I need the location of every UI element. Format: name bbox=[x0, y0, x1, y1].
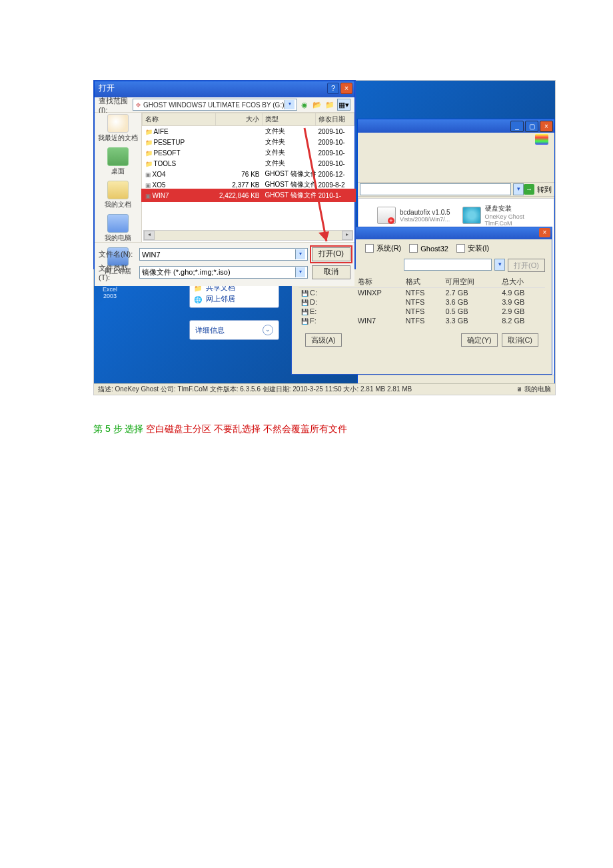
screenshot-area: _ ▢ × ▾ → 转到 bcdautofix v1.0.5Vista/2008… bbox=[93, 80, 556, 395]
address-input[interactable] bbox=[360, 183, 511, 195]
open-dialog-toolbar: 查找范围(I): ❖ GHOST WINDOWS7 ULTIMATE FCOS … bbox=[95, 97, 354, 113]
go-label: 转到 bbox=[534, 185, 554, 195]
windows-logo-icon bbox=[535, 134, 548, 145]
explorer-address-bar: ▾ → 转到 bbox=[358, 182, 554, 197]
ok-button[interactable]: 确定(Y) bbox=[461, 333, 498, 347]
chevron-down-icon: ▾ bbox=[295, 249, 305, 259]
chevron-down-icon: ▾ bbox=[295, 267, 305, 277]
open-button-disabled: 打开(O) bbox=[508, 259, 545, 272]
go-button-icon[interactable]: → bbox=[524, 184, 534, 195]
open-dialog-titlebar: 打开 ? × bbox=[95, 81, 354, 97]
onekey-ghost-icon bbox=[462, 207, 481, 224]
maximize-button[interactable]: ▢ bbox=[525, 121, 538, 132]
file-row[interactable]: TOOLS文件夹2009-10- bbox=[143, 158, 354, 169]
file-list: 名称 大小 类型 修改日期 AIFE文件夹2009-10- PESETUP文件夹… bbox=[142, 113, 354, 242]
checkbox-install[interactable] bbox=[456, 244, 465, 253]
app-onekey-ghost[interactable]: 硬盘安装OneKey GhostTlmF.CoM bbox=[462, 204, 524, 227]
net-icon bbox=[194, 295, 203, 303]
taskpane-detail[interactable]: 详细信息 ⌄ bbox=[189, 320, 279, 340]
partition-row[interactable]: F:WIN7NTFS3.3 GB8.2 GB bbox=[299, 316, 545, 325]
back-icon[interactable]: ◉ bbox=[300, 99, 310, 110]
path-combo-dropdown[interactable]: ▾ bbox=[494, 259, 505, 271]
col-date[interactable]: 修改日期 bbox=[316, 113, 354, 126]
file-row-selected[interactable]: WIN72,422,846 KBGHOST 镜像文件2010-1- bbox=[143, 190, 354, 201]
path-combo[interactable] bbox=[404, 259, 492, 271]
status-location: 我的电脑 bbox=[516, 385, 551, 394]
statusbar: 描述: OneKey Ghost 公司: TlmF.CoM 文件版本: 6.3.… bbox=[94, 383, 555, 395]
places-bar: 我最近的文档 桌面 我的文档 我的电脑 网上邻居 bbox=[95, 113, 142, 242]
filetype-combo[interactable]: 镜像文件 (*.gho;*.img;*.iso)▾ bbox=[139, 266, 308, 279]
col-name[interactable]: 名称 bbox=[143, 113, 216, 126]
chevron-down-icon: ⌄ bbox=[263, 325, 273, 335]
bcdautofix-icon bbox=[377, 207, 396, 224]
close-button[interactable]: × bbox=[340, 83, 352, 94]
checkbox-ghost32[interactable] bbox=[409, 244, 418, 253]
instruction-text: 第 5 步 选择 空白磁盘主分区 不要乱选择 不然会覆盖所有文件 bbox=[93, 423, 613, 435]
file-row[interactable]: XO52,377 KBGHOST 镜像文件2009-8-2 bbox=[143, 179, 354, 190]
place-docs[interactable]: 我的文档 bbox=[95, 179, 141, 213]
taskpane-item[interactable]: 网上邻居 bbox=[194, 293, 275, 305]
look-in-combo[interactable]: ❖ GHOST WINDOWS7 ULTIMATE FCOS BY (G:) ▾ bbox=[133, 99, 297, 111]
filename-input[interactable]: WIN7▾ bbox=[139, 248, 308, 261]
up-icon[interactable]: 📂 bbox=[312, 99, 322, 110]
file-row[interactable]: PESETUP文件夹2009-10- bbox=[143, 137, 354, 147]
place-computer[interactable]: 我的电脑 bbox=[95, 213, 141, 246]
address-dropdown[interactable]: ▾ bbox=[513, 183, 524, 195]
advanced-button[interactable]: 高级(A) bbox=[305, 333, 342, 347]
new-folder-icon[interactable]: 📁 bbox=[324, 99, 334, 110]
desktop-icon bbox=[107, 147, 129, 166]
place-recent[interactable]: 我最近的文档 bbox=[95, 113, 141, 146]
open-file-dialog: 打开 ? × 查找范围(I): ❖ GHOST WINDOWS7 ULTIMAT… bbox=[94, 81, 355, 269]
file-row[interactable]: AIFE文件夹2009-10- bbox=[143, 126, 354, 137]
checkbox-system[interactable] bbox=[365, 244, 374, 253]
scroll-left-icon[interactable]: ◂ bbox=[144, 231, 155, 240]
close-button[interactable]: × bbox=[539, 228, 550, 237]
status-text: 描述: OneKey Ghost 公司: TlmF.CoM 文件版本: 6.3.… bbox=[98, 385, 412, 394]
horizontal-scrollbar[interactable]: ◂ ▸ bbox=[143, 230, 353, 241]
place-desktop[interactable]: 桌面 bbox=[95, 146, 141, 179]
chevron-down-icon: ▾ bbox=[285, 100, 295, 109]
file-row[interactable]: PESOFT文件夹2009-10- bbox=[143, 147, 354, 158]
explorer-titlebar: _ ▢ × bbox=[358, 119, 554, 133]
recent-icon bbox=[107, 114, 129, 133]
partition-row[interactable]: C:WINXPNTFS2.7 GB4.9 GB bbox=[299, 288, 545, 298]
col-size[interactable]: 大小 bbox=[216, 113, 263, 126]
cancel-button[interactable]: 取消 bbox=[312, 265, 350, 279]
minimize-button[interactable]: _ bbox=[510, 121, 524, 132]
filename-label: 文件名(N): bbox=[99, 249, 135, 259]
col-type[interactable]: 类型 bbox=[263, 113, 316, 126]
partition-row[interactable]: D:NTFS3.6 GB3.9 GB bbox=[299, 297, 545, 307]
computer-icon bbox=[107, 214, 129, 233]
look-in-label: 查找范围(I): bbox=[99, 96, 130, 114]
scroll-right-icon[interactable]: ▸ bbox=[342, 231, 352, 240]
open-button[interactable]: 打开(O) bbox=[312, 247, 350, 261]
view-mode-icon[interactable]: ▦▾ bbox=[337, 99, 350, 111]
app-bcdautofix[interactable]: bcdautofix v1.0.5Vista/2008/Win7/... bbox=[377, 204, 450, 227]
file-row[interactable]: XO476 KBGHOST 镜像文件2006-12- bbox=[143, 169, 354, 179]
help-button[interactable]: ? bbox=[327, 83, 339, 94]
open-dialog-title: 打开 bbox=[99, 83, 115, 93]
partition-row[interactable]: E:NTFS0.5 GB2.9 GB bbox=[299, 307, 545, 316]
filetype-label: 文件类型(T): bbox=[99, 263, 135, 281]
cancel-button[interactable]: 取消(C) bbox=[502, 333, 538, 347]
close-button[interactable]: × bbox=[540, 121, 553, 132]
docs-icon bbox=[107, 181, 129, 199]
